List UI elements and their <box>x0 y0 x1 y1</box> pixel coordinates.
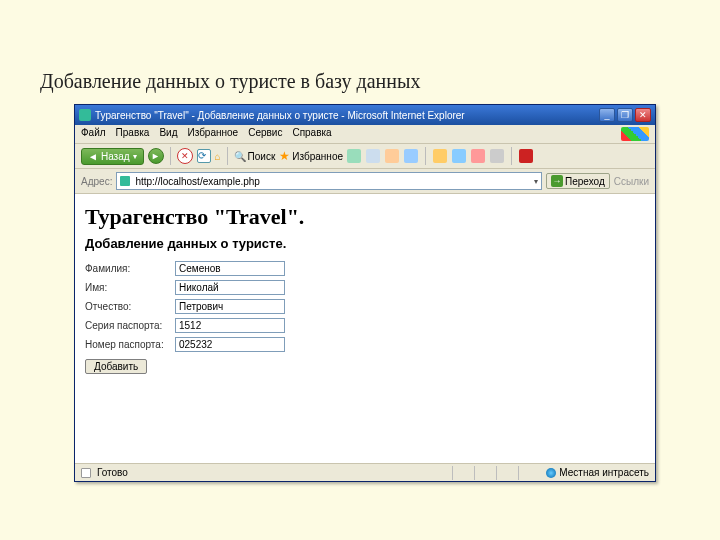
separator <box>170 147 171 165</box>
menu-view[interactable]: Вид <box>159 127 177 141</box>
favorites-button[interactable]: ★ Избранное <box>279 149 343 163</box>
label-passport-series: Серия паспорта: <box>85 320 175 331</box>
ie-window: Турагенство "Travel" - Добавление данных… <box>74 104 656 482</box>
back-arrow-icon: ◄ <box>88 151 98 162</box>
status-text: Готово <box>97 467 128 478</box>
favorites-label: Избранное <box>292 151 343 162</box>
menu-edit[interactable]: Правка <box>116 127 150 141</box>
label-firstname: Имя: <box>85 282 175 293</box>
links-label[interactable]: Ссылки <box>614 176 649 187</box>
titlebar: Турагенство "Travel" - Добавление данных… <box>75 105 655 125</box>
row-firstname: Имя: <box>85 280 645 295</box>
print-icon[interactable] <box>404 149 418 163</box>
page-content: Турагенство "Travel". Добавление данных … <box>75 194 655 463</box>
address-bar: Адрес: ▾ → Переход Ссылки <box>75 169 655 194</box>
window-controls: _ ❐ ✕ <box>599 108 651 122</box>
menu-tools[interactable]: Сервис <box>248 127 282 141</box>
back-label: Назад <box>101 151 130 162</box>
address-input-wrap[interactable]: ▾ <box>116 172 542 190</box>
label-patronymic: Отчество: <box>85 301 175 312</box>
close-button[interactable]: ✕ <box>635 108 651 122</box>
toolbar: ◄ Назад ▾ ► ✕ ⟳ ⌂ 🔍 Поиск ★ Избранное <box>75 144 655 169</box>
submit-button[interactable]: Добавить <box>85 359 147 374</box>
input-lastname[interactable] <box>175 261 285 276</box>
folder-icon[interactable] <box>433 149 447 163</box>
chevron-down-icon: ▾ <box>133 152 137 161</box>
separator <box>511 147 512 165</box>
menu-bar: Файл Правка Вид Избранное Сервис Справка <box>75 125 655 144</box>
back-button[interactable]: ◄ Назад ▾ <box>81 148 144 165</box>
status-bar: Готово Местная интрасеть <box>75 463 655 481</box>
menu-file[interactable]: Файл <box>81 127 106 141</box>
home-button[interactable]: ⌂ <box>215 151 221 162</box>
separator <box>227 147 228 165</box>
input-firstname[interactable] <box>175 280 285 295</box>
menu-help[interactable]: Справка <box>292 127 331 141</box>
go-button[interactable]: → Переход <box>546 173 610 189</box>
input-patronymic[interactable] <box>175 299 285 314</box>
input-passport-series[interactable] <box>175 318 285 333</box>
status-cells <box>452 466 540 480</box>
label-lastname: Фамилия: <box>85 263 175 274</box>
refresh-button[interactable]: ⟳ <box>197 149 211 163</box>
menu-favorites[interactable]: Избранное <box>187 127 238 141</box>
app-icon[interactable] <box>471 149 485 163</box>
address-input[interactable] <box>133 175 531 188</box>
page-title: Турагенство "Travel". <box>85 204 645 230</box>
windows-logo-icon <box>621 127 649 141</box>
forward-button[interactable]: ► <box>148 148 164 164</box>
antivirus-icon[interactable] <box>519 149 533 163</box>
done-icon <box>81 468 91 478</box>
mail-icon[interactable] <box>385 149 399 163</box>
person-icon[interactable] <box>452 149 466 163</box>
history-icon[interactable] <box>366 149 380 163</box>
zone-label: Местная интрасеть <box>559 467 649 478</box>
page-subtitle: Добавление данных о туристе. <box>85 236 645 251</box>
row-lastname: Фамилия: <box>85 261 645 276</box>
search-label: Поиск <box>248 151 276 162</box>
row-passport-series: Серия паспорта: <box>85 318 645 333</box>
ie-icon <box>79 109 91 121</box>
window-title: Турагенство "Travel" - Добавление данных… <box>95 110 595 121</box>
intranet-icon <box>546 468 556 478</box>
page-icon <box>120 176 130 186</box>
star-icon: ★ <box>279 149 290 163</box>
slide-title: Добавление данных о туристе в базу данны… <box>0 0 720 101</box>
maximize-button[interactable]: ❐ <box>617 108 633 122</box>
search-icon: 🔍 <box>234 151 246 162</box>
app-icon-2[interactable] <box>490 149 504 163</box>
address-dropdown-icon[interactable]: ▾ <box>534 177 538 186</box>
toolbar-misc <box>347 147 533 165</box>
stop-button[interactable]: ✕ <box>177 148 193 164</box>
security-zone: Местная интрасеть <box>546 467 649 478</box>
go-label: Переход <box>565 176 605 187</box>
input-passport-number[interactable] <box>175 337 285 352</box>
row-passport-number: Номер паспорта: <box>85 337 645 352</box>
minimize-button[interactable]: _ <box>599 108 615 122</box>
address-label: Адрес: <box>81 176 112 187</box>
label-passport-number: Номер паспорта: <box>85 339 175 350</box>
row-patronymic: Отчество: <box>85 299 645 314</box>
media-icon[interactable] <box>347 149 361 163</box>
separator <box>425 147 426 165</box>
go-arrow-icon: → <box>551 175 563 187</box>
search-button[interactable]: 🔍 Поиск <box>234 151 276 162</box>
